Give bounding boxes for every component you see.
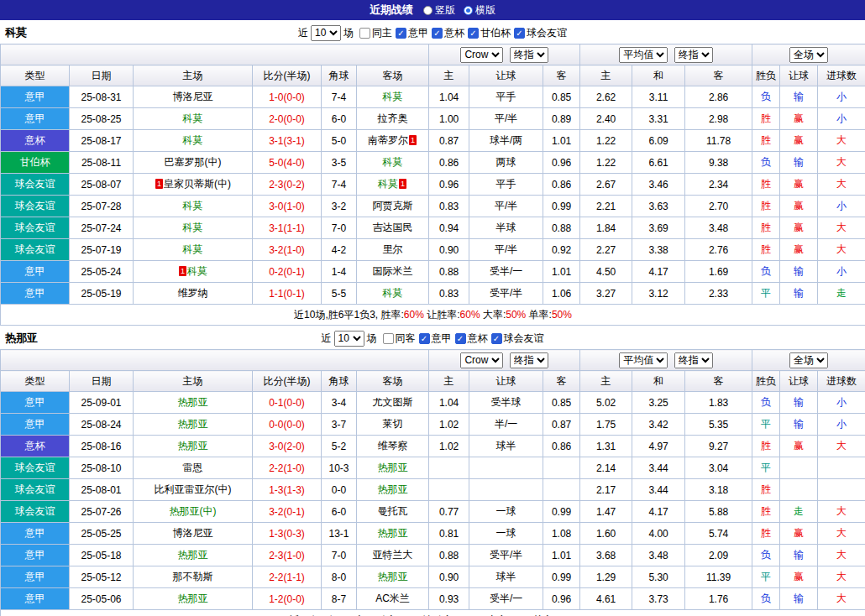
- team-name[interactable]: 南蒂罗尔: [368, 134, 408, 146]
- checkbox-club-friendly-icon[interactable]: ✓: [491, 333, 502, 344]
- avg-stage-select[interactable]: 终指: [674, 352, 713, 368]
- avg-draw: 3.44: [632, 457, 685, 479]
- team-name[interactable]: 热那亚: [178, 593, 208, 604]
- team-name[interactable]: 国际米兰: [373, 265, 413, 277]
- full-match-select[interactable]: 全场: [789, 47, 828, 63]
- team-name[interactable]: 莱切: [383, 418, 403, 430]
- match-score[interactable]: 3-2(0-1): [253, 501, 322, 523]
- team-name[interactable]: 热那亚: [178, 418, 208, 430]
- team-name[interactable]: 热那亚: [178, 396, 208, 408]
- team-name[interactable]: 科莫: [183, 222, 203, 233]
- team-name[interactable]: 科莫: [383, 287, 403, 299]
- filter-coppa-italia[interactable]: ✓意杯: [432, 26, 464, 40]
- radio-vertical-layout[interactable]: 竖版: [423, 3, 455, 18]
- filter-club-friendly[interactable]: ✓球会友谊: [491, 331, 544, 346]
- match-score[interactable]: 0-0(0-0): [253, 414, 322, 436]
- team-name[interactable]: 科莫: [183, 112, 203, 124]
- match-score[interactable]: 2-3(1-0): [253, 545, 322, 566]
- match-count-select[interactable]: 10: [311, 25, 341, 41]
- team-name[interactable]: 科莫: [383, 156, 403, 168]
- home-team-cell: 科莫: [134, 196, 253, 217]
- filter-gamper-cup[interactable]: ✓甘伯杯: [468, 26, 511, 40]
- team-name[interactable]: 热那亚: [378, 462, 408, 473]
- team-name[interactable]: 热那亚: [378, 527, 408, 539]
- checkbox-same-home-icon[interactable]: [359, 28, 370, 39]
- full-match-select[interactable]: 全场: [789, 352, 828, 368]
- team-name[interactable]: 科莫: [183, 134, 203, 146]
- layout-radio-group: 竖版横版: [423, 3, 495, 18]
- team-name[interactable]: 科莫: [383, 91, 403, 102]
- match-score[interactable]: 1-2(0-0): [253, 588, 322, 610]
- filter-same-home[interactable]: 同主: [359, 26, 392, 40]
- team-name[interactable]: 曼托瓦: [378, 505, 408, 517]
- avg-stage-select[interactable]: 终指: [674, 47, 713, 63]
- team-name[interactable]: 皇家贝蒂斯(中): [164, 178, 231, 190]
- match-score[interactable]: 2-2(1-0): [253, 457, 322, 479]
- team-name[interactable]: 雷恩: [183, 462, 203, 473]
- match-score[interactable]: 0-2(0-1): [253, 261, 322, 283]
- odds-away: 0.96: [543, 588, 580, 610]
- average-select[interactable]: 平均值: [619, 352, 668, 368]
- checkbox-gamper-cup-icon[interactable]: ✓: [468, 28, 479, 39]
- match-score[interactable]: 2-0(0-0): [253, 108, 322, 130]
- team-name[interactable]: 博洛尼亚: [173, 91, 213, 102]
- team-name[interactable]: 阿贾克斯: [373, 200, 413, 211]
- match-score[interactable]: 1-0(0-0): [253, 86, 322, 108]
- match-score[interactable]: 2-2(1-1): [253, 566, 322, 588]
- team-name[interactable]: 维罗纳: [178, 287, 208, 299]
- odds-stage-select[interactable]: 终指: [510, 47, 548, 63]
- filter-serie-a[interactable]: ✓意甲: [396, 26, 428, 40]
- team-name[interactable]: 科莫: [183, 243, 203, 255]
- checkbox-coppa-italia-icon[interactable]: ✓: [455, 333, 466, 344]
- team-name[interactable]: 里尔: [383, 243, 403, 255]
- filter-club-friendly[interactable]: ✓球会友谊: [514, 26, 567, 40]
- bookmaker-select[interactable]: Crow: [460, 352, 503, 368]
- match-score[interactable]: 3-2(1-0): [253, 239, 322, 261]
- match-score[interactable]: 3-1(1-1): [253, 217, 322, 239]
- home-team-cell: 比利亚雷亚尔(中): [134, 479, 253, 501]
- team-name[interactable]: 拉齐奥: [378, 112, 408, 124]
- match-score[interactable]: 3-1(3-1): [253, 130, 322, 152]
- checkbox-serie-a-icon[interactable]: ✓: [396, 28, 406, 39]
- match-score[interactable]: 2-3(0-2): [253, 174, 322, 196]
- team-name[interactable]: 科莫: [187, 265, 207, 277]
- team-name[interactable]: 尤文图斯: [373, 396, 413, 408]
- team-name[interactable]: 热那亚: [178, 440, 208, 452]
- checkbox-club-friendly-icon[interactable]: ✓: [514, 28, 525, 39]
- match-count-select[interactable]: 10: [334, 331, 364, 347]
- match-score[interactable]: 1-1(0-1): [253, 283, 322, 305]
- odds-stage-select[interactable]: 终指: [510, 352, 548, 368]
- filter-coppa-italia[interactable]: ✓意杯: [455, 331, 488, 346]
- team-name[interactable]: 热那亚(中): [170, 505, 217, 517]
- match-score[interactable]: 1-3(1-3): [253, 479, 322, 501]
- team-name[interactable]: 科莫: [378, 178, 398, 190]
- radio-vertical-layout-icon[interactable]: [423, 6, 432, 15]
- match-score[interactable]: 3-0(2-0): [253, 436, 322, 457]
- away-team-cell: 科莫: [357, 86, 429, 108]
- filter-same-away[interactable]: 同客: [383, 331, 416, 346]
- team-name[interactable]: 吉达国民: [373, 222, 413, 233]
- checkbox-coppa-italia-icon[interactable]: ✓: [432, 28, 443, 39]
- team-name[interactable]: 巴塞罗那(中): [165, 156, 222, 168]
- checkbox-same-away-icon[interactable]: [383, 333, 394, 344]
- team-name[interactable]: 热那亚: [378, 571, 408, 582]
- match-score[interactable]: 1-3(0-3): [253, 523, 322, 545]
- match-score[interactable]: 0-1(0-0): [253, 392, 322, 414]
- checkbox-serie-a-icon[interactable]: ✓: [419, 333, 430, 344]
- team-name[interactable]: 比利亚雷亚尔(中): [155, 483, 232, 495]
- average-select[interactable]: 平均值: [619, 47, 668, 63]
- radio-horizontal-layout[interactable]: 横版: [464, 3, 495, 18]
- team-name[interactable]: AC米兰: [375, 593, 410, 604]
- team-name[interactable]: 亚特兰大: [373, 549, 413, 561]
- bookmaker-select[interactable]: Crow: [460, 47, 503, 63]
- team-name[interactable]: 那不勒斯: [173, 571, 213, 582]
- radio-horizontal-layout-icon[interactable]: [464, 6, 473, 15]
- filter-serie-a[interactable]: ✓意甲: [419, 331, 452, 346]
- match-score[interactable]: 5-0(4-0): [253, 152, 322, 174]
- team-name[interactable]: 科莫: [183, 200, 203, 211]
- team-name[interactable]: 维琴察: [378, 440, 408, 452]
- team-name[interactable]: 热那亚: [178, 549, 208, 561]
- match-score[interactable]: 3-0(1-0): [253, 196, 322, 217]
- team-name[interactable]: 热那亚: [378, 483, 408, 495]
- team-name[interactable]: 博洛尼亚: [173, 527, 213, 539]
